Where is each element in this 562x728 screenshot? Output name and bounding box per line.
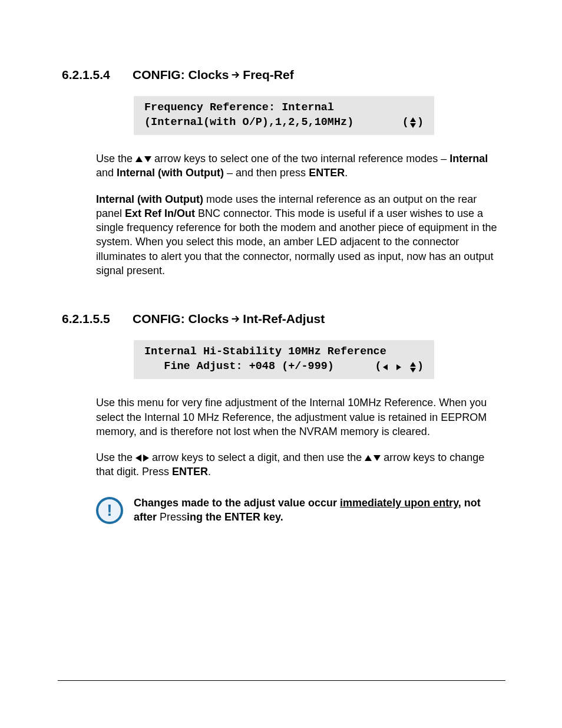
important-note: ! Changes made to the adjust value occur… <box>96 496 504 525</box>
heading-number: 6.2.1.5.5 <box>62 312 133 326</box>
para-s2-2: Use the arrow keys to select a digit, an… <box>96 450 504 479</box>
heading-6-2-1-5-5: 6.2.1.5.5 CONFIG: Clocks Int-Ref-Adjust <box>62 312 504 326</box>
arrow-right-icon <box>231 70 240 80</box>
heading-6-2-1-5-4: 6.2.1.5.4 CONFIG: Clocks Freq-Ref <box>62 68 504 82</box>
heading-title-b: Freq-Ref <box>243 68 293 82</box>
para-s1-1: Use the arrow keys to select one of the … <box>96 151 504 180</box>
screen-line-2: (Internal(with O/P),1,2,5,10MHz) <box>144 116 353 130</box>
nav-hint-updown: () <box>402 116 424 130</box>
lcd-screen-int-ref: Internal Hi-Stability 10MHz Reference Fi… <box>134 340 434 379</box>
important-icon: ! <box>96 497 123 524</box>
up-down-icon <box>410 362 416 373</box>
left-icon <box>383 364 388 370</box>
screen-line-1: Internal Hi-Stability 10MHz Reference <box>144 345 424 360</box>
nav-hint-lr-ud: ( ) <box>375 360 424 374</box>
heading-title-a: CONFIG: Clocks <box>133 68 229 82</box>
up-down-arrows-icon <box>135 156 151 162</box>
arrow-right-icon <box>231 314 240 324</box>
heading-title: CONFIG: Clocks Int-Ref-Adjust <box>133 312 325 326</box>
up-down-icon <box>410 117 416 128</box>
right-icon <box>396 364 401 370</box>
lcd-screen-freq-ref: Frequency Reference: Internal (Internal(… <box>134 96 434 135</box>
para-s1-2: Internal (with Output) mode uses the int… <box>96 192 504 278</box>
up-down-arrows-icon <box>365 455 381 461</box>
page-footer-rule <box>58 680 505 681</box>
note-text: Changes made to the adjust value occur i… <box>134 496 504 525</box>
heading-title: CONFIG: Clocks Freq-Ref <box>133 68 294 82</box>
screen-line-2: Fine Adjust: +048 (+/-999) <box>144 360 334 374</box>
heading-title-a: CONFIG: Clocks <box>133 312 229 326</box>
screen-line-1: Frequency Reference: Internal <box>144 101 424 116</box>
para-s2-1: Use this menu for very fine adjustment o… <box>96 396 504 439</box>
heading-title-b: Int-Ref-Adjust <box>243 312 325 326</box>
left-right-arrows-icon <box>135 454 149 462</box>
heading-number: 6.2.1.5.4 <box>62 68 133 82</box>
